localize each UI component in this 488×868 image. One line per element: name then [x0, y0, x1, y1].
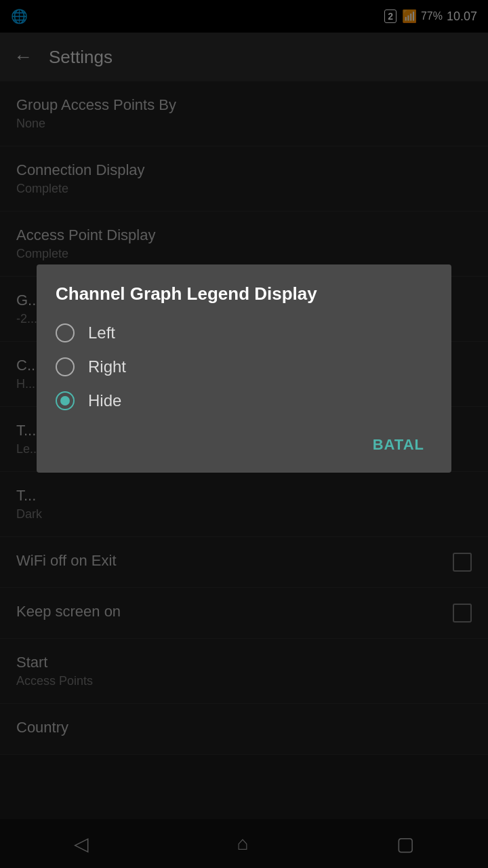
dialog-buttons: BATAL	[56, 425, 432, 459]
radio-selected-dot	[60, 396, 70, 406]
channel-graph-dialog: Channel Graph Legend Display Left Right …	[37, 264, 451, 473]
option-right-label: Right	[88, 357, 126, 376]
cancel-button[interactable]: BATAL	[365, 431, 432, 459]
radio-left-circle[interactable]	[56, 323, 75, 342]
option-left-label: Left	[88, 323, 115, 342]
dialog-title: Channel Graph Legend Display	[56, 283, 432, 304]
radio-hide-circle[interactable]	[56, 391, 75, 410]
option-hide[interactable]: Hide	[56, 391, 432, 410]
radio-right-circle[interactable]	[56, 357, 75, 376]
option-right[interactable]: Right	[56, 357, 432, 376]
option-left[interactable]: Left	[56, 323, 432, 342]
option-hide-label: Hide	[88, 391, 121, 410]
